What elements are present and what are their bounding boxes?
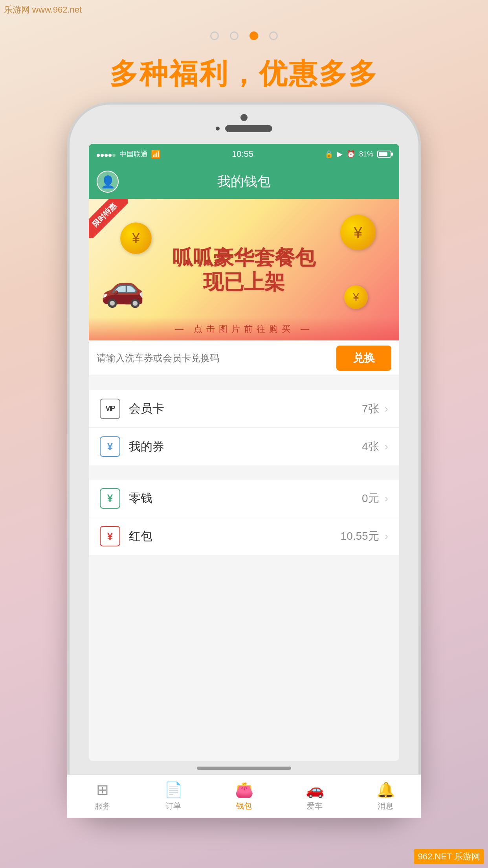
redeem-input[interactable] <box>97 346 336 370</box>
alarm-icon: ⏰ <box>347 150 355 158</box>
header-avatar[interactable]: 👤 <box>97 171 119 193</box>
change-arrow: › <box>385 492 388 505</box>
battery-pct: 81% <box>359 150 373 158</box>
change-label: 零钱 <box>129 490 362 506</box>
member-card-icon: VIP <box>100 399 120 419</box>
member-card-arrow: › <box>385 403 388 415</box>
location-icon: ▶ <box>337 150 343 158</box>
banner-coin-2: ¥ <box>340 215 376 250</box>
header-title: 我的钱包 <box>217 173 271 191</box>
status-bar: 中国联通 📶 10:55 🔒 ▶ ⏰ 81% <box>89 144 399 164</box>
app-header: 👤 我的钱包 <box>89 164 399 199</box>
dot-4[interactable] <box>269 31 278 40</box>
menu-list: VIP 会员卡 7张 › ¥ 我的券 4张 › <box>89 390 399 465</box>
dot-1[interactable] <box>210 31 219 40</box>
phone-speaker <box>225 125 272 132</box>
coupon-icon: ¥ <box>100 436 120 457</box>
carrier-label: 中国联通 <box>119 149 148 159</box>
lock-icon: 🔒 <box>325 150 333 158</box>
menu-list-2: ¥ 零钱 0元 › ¥ 红包 10.55元 › <box>89 480 399 555</box>
redeem-button[interactable]: 兑换 <box>336 346 391 371</box>
red-packet-value: 10.55元 <box>341 529 379 544</box>
dot-2[interactable] <box>230 31 238 40</box>
menu-item-change[interactable]: ¥ 零钱 0元 › <box>89 480 399 517</box>
page-dots <box>210 31 278 40</box>
status-left: 中国联通 📶 <box>97 149 161 159</box>
banner-car-icon: 🚗 <box>101 268 145 309</box>
banner-coin-1: ¥ <box>120 223 152 254</box>
coupon-arrow: › <box>385 440 388 453</box>
signal-dots <box>97 150 116 159</box>
watermark-bottom-right: 962.NET 乐游网 <box>414 849 484 864</box>
banner-title-line2: 现已上架 <box>172 270 316 294</box>
phone-screen: 中国联通 📶 10:55 🔒 ▶ ⏰ 81% 👤 我的钱包 <box>89 144 399 761</box>
avatar-icon: 👤 <box>101 175 115 189</box>
section-separator-2 <box>89 465 399 473</box>
banner-bottom-text: — 点击图片前往购买 — <box>89 323 399 335</box>
member-card-value: 7张 <box>362 401 379 416</box>
phone-mockup: 中国联通 📶 10:55 🔒 ▶ ⏰ 81% 👤 我的钱包 <box>67 102 421 818</box>
battery-icon <box>377 151 391 158</box>
menu-item-coupon[interactable]: ¥ 我的券 4张 › <box>89 428 399 465</box>
status-right: 🔒 ▶ ⏰ 81% <box>325 150 391 158</box>
coupon-value: 4张 <box>362 439 379 454</box>
banner[interactable]: 限时特惠 ¥ ¥ ¥ 🚗 呱呱豪华套餐包 现已上架 — 点击图片前往购买 — <box>89 199 399 340</box>
menu-item-red-packet[interactable]: ¥ 红包 10.55元 › <box>89 517 399 555</box>
member-card-label: 会员卡 <box>129 401 362 417</box>
menu-item-member-card[interactable]: VIP 会员卡 7张 › <box>89 390 399 428</box>
dot-3-active[interactable] <box>250 31 258 40</box>
time-display: 10:55 <box>232 149 253 159</box>
headline-text: 多种福利，优惠多多 <box>0 55 488 93</box>
phone-camera <box>240 114 248 121</box>
watermark-top: 乐游网 www.962.net <box>4 4 82 16</box>
phone-sensor-dot <box>216 127 220 131</box>
banner-main-text: 呱呱豪华套餐包 现已上架 <box>172 245 316 294</box>
phone-speaker-row <box>216 125 272 132</box>
section-separator-1 <box>89 376 399 383</box>
red-packet-icon: ¥ <box>100 526 120 546</box>
red-packet-label: 红包 <box>129 528 341 544</box>
change-value: 0元 <box>362 491 379 506</box>
red-packet-arrow: › <box>385 530 388 542</box>
phone-top-area <box>67 102 421 132</box>
banner-coin-3: ¥ <box>344 285 368 309</box>
phone-home-bar[interactable] <box>197 767 291 770</box>
redeem-row: 兑换 <box>89 340 399 376</box>
coupon-label: 我的券 <box>129 439 362 455</box>
change-icon: ¥ <box>100 488 120 509</box>
wifi-icon: 📶 <box>151 149 161 159</box>
banner-title-line1: 呱呱豪华套餐包 <box>172 245 316 270</box>
